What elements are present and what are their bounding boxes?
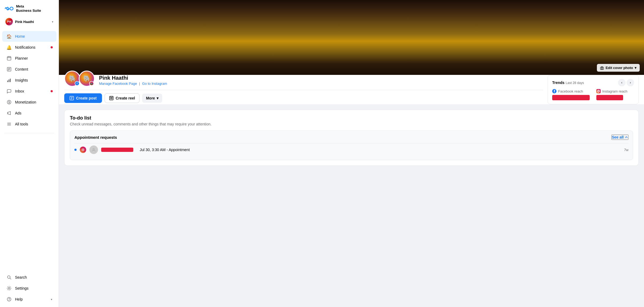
todo-subtitle: Check unread messages, comments and othe… [70,122,633,126]
svg-point-20 [8,287,10,289]
trends-panel: Trends Last 28 days ‹ › [548,75,639,104]
logo-area: Meta Business Suite [0,0,59,16]
nav-label-inbox: Inbox [15,89,24,93]
svg-point-44 [84,149,84,149]
avatar-emoji-2: 🐘 [83,75,90,82]
cover-photo-image [59,0,644,75]
card-title: Appointment requests [74,135,117,140]
card-header: Appointment requests See all [74,135,628,140]
nav-item-settings[interactable]: Settings [2,283,56,294]
see-all-label: See all [612,135,624,139]
facebook-badge-icon: f [75,81,79,86]
link-separator: | [139,82,140,86]
todo-section: To-do list Check unread messages, commen… [64,110,639,166]
profile-name: Pink Haathi [99,75,543,81]
fb-reach-label: Facebook reach [552,89,590,93]
account-switcher[interactable]: PH Pink Haathi ▾ [3,16,56,28]
nav-item-ads[interactable]: Ads [2,108,56,118]
appointment-row: Jul 30, 3:30 AM - Appointment 7w [74,143,628,156]
nav-item-inbox[interactable]: Inbox [2,86,56,97]
ig-reach-text: Instagram reach [602,89,627,93]
trends-metrics: Facebook reach [552,89,634,100]
bell-icon: 🔔 [6,45,12,50]
create-reel-label: Create reel [116,96,135,100]
instagram-badge-icon: 📷 [89,81,94,86]
nav-label-settings: Settings [15,286,29,290]
more-button[interactable]: More ▾ [142,94,162,103]
sidebar-divider [4,133,54,133]
svg-rect-37 [596,89,601,93]
edit-cover-photo-button[interactable]: Edit cover photo ▾ [597,64,640,72]
more-label: More [146,96,155,100]
nav-item-search[interactable]: Search [2,272,56,283]
sidebar: Meta Business Suite PH Pink Haathi ▾ 🏠 H… [0,0,59,307]
svg-point-43 [82,149,84,150]
see-all-button[interactable]: See all [611,135,628,140]
edit-cover-chevron-icon: ▾ [635,66,637,70]
trends-nav-controls: ‹ › [618,79,634,86]
nav-label-monetization: Monetization [15,100,36,104]
profile-avatars: 🐘 f 🐘 📷 [64,71,95,87]
gear-icon [6,286,12,291]
avatar-emoji-1: 🐘 [69,75,76,82]
svg-point-40 [599,90,600,91]
content-area: To-do list Check unread messages, commen… [59,104,644,171]
svg-point-0 [10,7,13,10]
profile-links: Manage Facebook Page | Go to Instagram [99,82,543,86]
appointment-name-redacted [101,148,133,152]
account-initials: PH [7,20,11,23]
facebook-reach-metric: Facebook reach [552,89,590,100]
nav-item-help[interactable]: ? Help ▾ [2,294,56,305]
planner-icon [6,56,12,61]
meta-logo-icon [4,6,14,11]
help-icon: ? [6,297,12,302]
help-chevron-icon: ▾ [51,298,52,301]
instagram-reach-metric: Instagram reach [596,89,634,100]
account-chevron-icon: ▾ [52,20,53,23]
more-chevron-icon: ▾ [157,96,158,100]
monetization-icon: $ [6,99,12,105]
content-icon [6,67,12,72]
sidebar-bottom: Search Settings ? Help ▾ [0,270,59,307]
trends-prev-button[interactable]: ‹ [618,79,626,86]
nav-label-help: Help [15,297,23,301]
profile-trends-container: 🐘 f 🐘 📷 Pink Haathi Manage Facebook Page [59,75,644,104]
trends-next-button[interactable]: › [627,79,634,86]
camera-icon [600,66,604,70]
chevron-up-icon [625,136,628,139]
nav-label-content: Content [15,67,28,71]
instagram-reach-bar [596,95,623,100]
svg-rect-1 [7,57,11,60]
go-to-instagram-link[interactable]: Go to Instagram [142,82,167,86]
cover-photo-area: Edit cover photo ▾ [59,0,644,75]
nav-item-notifications[interactable]: 🔔 Notifications [2,42,56,53]
create-post-label: Create post [76,96,97,100]
create-reel-button[interactable]: Create reel [105,93,139,103]
appointment-requests-card: Appointment requests See all [70,131,633,160]
notifications-badge [51,46,53,48]
manage-facebook-link[interactable]: Manage Facebook Page [99,82,137,86]
account-name: Pink Haathi [15,20,50,24]
svg-text:?: ? [8,298,10,301]
nav-item-insights[interactable]: Insights [2,75,56,86]
svg-rect-10 [9,79,9,82]
fb-reach-text: Facebook reach [558,89,583,93]
facebook-reach-bar [552,95,590,100]
nav-item-content[interactable]: Content [2,64,56,75]
svg-rect-11 [10,79,11,82]
edit-cover-label: Edit cover photo [605,66,633,70]
inbox-badge [51,90,53,92]
nav-item-monetization[interactable]: $ Monetization [2,97,56,108]
nav-label-all-tools: All tools [15,122,28,126]
app-name: Meta Business Suite [16,4,41,13]
nav-item-home[interactable]: 🏠 Home [2,31,56,42]
trends-title-area: Trends Last 28 days [552,80,584,85]
nav-item-all-tools[interactable]: All tools [2,119,56,129]
insights-icon [6,78,12,83]
trends-title: Trends [552,80,565,85]
nav-label-home: Home [15,34,25,39]
nav-item-planner[interactable]: Planner [2,53,56,64]
svg-rect-9 [7,80,8,82]
create-post-button[interactable]: Create post [64,93,102,103]
ads-icon [6,110,12,116]
